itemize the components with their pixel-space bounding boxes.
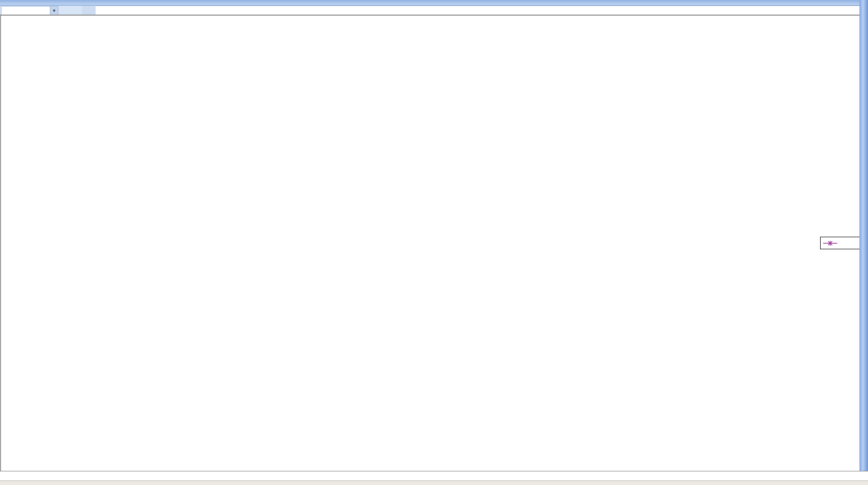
window-right-scroll-strip[interactable] (859, 0, 868, 478)
standard-toolbar (0, 0, 859, 6)
forum-watermark (790, 442, 868, 485)
name-box-input[interactable] (1, 6, 50, 15)
legend-series-marker-icon (823, 240, 838, 246)
formula-bar: ▼ (0, 6, 859, 15)
sheet-tab-bar (0, 471, 868, 481)
chart-canvas (1, 16, 868, 471)
chart-legend[interactable] (820, 237, 860, 249)
chart-sheet (0, 16, 868, 471)
formula-input[interactable] (96, 6, 859, 15)
insert-function-icon[interactable] (82, 6, 95, 15)
status-bar (0, 480, 868, 485)
